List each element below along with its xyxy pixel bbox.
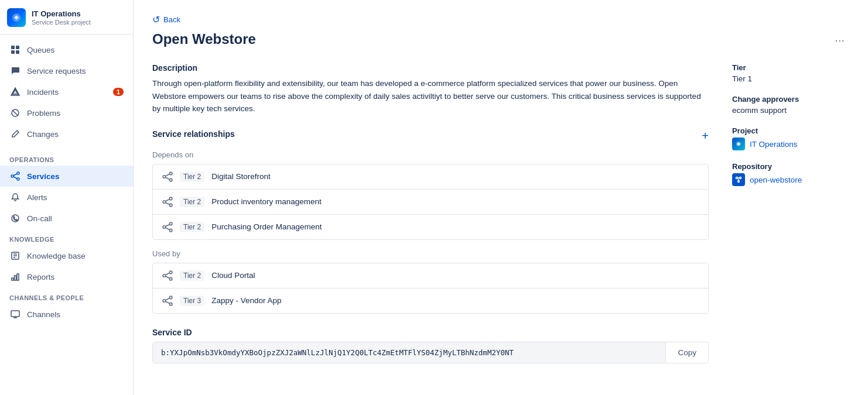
- svg-rect-1: [11, 46, 15, 49]
- svg-point-49: [736, 177, 738, 179]
- relationships-title: Service relationships: [152, 129, 235, 139]
- chat-icon: [9, 65, 21, 77]
- svg-rect-18: [15, 276, 16, 280]
- project-logo: [7, 8, 26, 27]
- bell-icon: [9, 191, 21, 203]
- relationships-header: Service relationships +: [152, 129, 709, 143]
- sidebar-item-alerts[interactable]: Alerts: [0, 187, 133, 208]
- service-id-text: b:YXJpOmNsb3VkOmdyYXBoOjpzZXJ2aWNlLzJlNj…: [153, 342, 665, 363]
- service-relationships-section: Service relationships + Depends on: [152, 129, 709, 314]
- share-icon-used-1: [162, 296, 173, 306]
- service-id-title: Service ID: [152, 328, 709, 337]
- svg-point-43: [163, 300, 166, 303]
- svg-point-8: [17, 172, 19, 174]
- sidebar-queues-label: Queues: [27, 46, 54, 54]
- sidebar-item-changes[interactable]: Changes: [0, 123, 133, 145]
- project-title: IT Operations: [32, 9, 91, 19]
- page-header: Open Webstore ···: [152, 31, 849, 49]
- svg-rect-20: [11, 311, 19, 317]
- operations-section-label: OPERATIONS: [0, 149, 133, 166]
- svg-point-50: [740, 177, 741, 179]
- sidebar-item-channels[interactable]: Channels: [0, 304, 133, 325]
- share-icon-0: [162, 171, 173, 182]
- svg-rect-2: [16, 46, 19, 49]
- svg-point-23: [163, 176, 166, 178]
- project-link[interactable]: IT Operations: [732, 138, 849, 150]
- sidebar-item-problems[interactable]: Problems: [0, 102, 133, 123]
- tier-badge-2: Tier 2: [180, 222, 204, 232]
- operations-section: OPERATIONS Services Alerts: [0, 149, 133, 229]
- main-column: Description Through open-platform flexib…: [152, 63, 709, 363]
- svg-point-30: [169, 204, 172, 207]
- grid-icon: [9, 44, 21, 56]
- tier-badge-0: Tier 2: [180, 171, 204, 182]
- svg-point-35: [169, 229, 172, 232]
- svg-point-7: [11, 175, 13, 177]
- svg-line-36: [166, 224, 170, 226]
- monitor-icon: [9, 308, 21, 320]
- chart-icon: [9, 271, 21, 283]
- sidebar-knowledge-base-label: Knowledge base: [27, 252, 86, 260]
- change-approvers-value: ecomm support: [732, 106, 849, 115]
- tier-label: Tier: [732, 63, 849, 72]
- sidebar-item-knowledge-base[interactable]: Knowledge base: [0, 245, 133, 266]
- share-icon: [9, 170, 21, 182]
- rel-name-1: Product inventory management: [211, 197, 322, 206]
- used-by-item-0[interactable]: Tier 2 Cloud Portal: [153, 263, 708, 288]
- sidebar-item-services[interactable]: Services: [0, 166, 133, 187]
- back-label: Back: [163, 15, 180, 24]
- service-id-section: Service ID b:YXJpOmNsb3VkOmdyYXBoOjpzZXJ…: [152, 328, 709, 363]
- svg-point-34: [169, 222, 172, 225]
- back-link[interactable]: ↺ Back: [152, 14, 849, 25]
- main-content: ↺ Back Open Webstore ··· Description Thr…: [134, 0, 868, 395]
- rel-name-used-1: Zappy - Vendor App: [211, 296, 281, 305]
- repository-section: Repository open-webstore: [732, 162, 849, 186]
- more-menu-button[interactable]: ···: [830, 31, 849, 49]
- block-icon: [9, 107, 21, 119]
- sidebar-item-service-requests[interactable]: Service requests: [0, 60, 133, 81]
- svg-line-11: [13, 177, 17, 178]
- edit-icon: [9, 128, 21, 140]
- svg-rect-19: [17, 274, 19, 280]
- depends-on-item-1[interactable]: Tier 2 Product inventory management: [153, 190, 708, 215]
- copy-button[interactable]: Copy: [665, 342, 708, 363]
- used-by-label: Used by: [152, 249, 709, 258]
- channels-people-section-label: CHANNELS & PEOPLE: [0, 287, 133, 304]
- repo-link-icon: [732, 173, 745, 186]
- change-approvers-section: Change approvers ecomm support: [732, 95, 849, 115]
- used-by-item-1[interactable]: Tier 3 Zappy - Vendor App: [153, 288, 708, 313]
- sidebar-reports-label: Reports: [27, 273, 54, 281]
- project-label: Project: [732, 126, 849, 135]
- main-nav: Queues Service requests Incidents 1: [0, 35, 133, 149]
- project-link-label: IT Operations: [750, 140, 798, 149]
- depends-on-item-2[interactable]: Tier 2 Purchasing Order Management: [153, 215, 708, 239]
- svg-point-9: [17, 178, 19, 180]
- depends-on-item-0[interactable]: Tier 2 Digital Storefront: [153, 164, 708, 190]
- svg-point-39: [169, 271, 172, 274]
- add-relationship-button[interactable]: +: [702, 129, 709, 143]
- sidebar-item-reports[interactable]: Reports: [0, 266, 133, 287]
- svg-point-33: [163, 226, 166, 229]
- project-info: IT Operations Service Desk project: [32, 9, 91, 26]
- sidebar-item-on-call[interactable]: On-call: [0, 208, 133, 229]
- repository-link-label: open-webstore: [750, 176, 802, 184]
- project-subtitle: Service Desk project: [32, 19, 91, 26]
- svg-rect-3: [11, 50, 15, 54]
- sidebar-services-label: Services: [27, 172, 60, 181]
- rel-name-2: Purchasing Order Management: [211, 222, 322, 231]
- repository-link[interactable]: open-webstore: [732, 173, 849, 186]
- used-by-group: Used by Tier 2 Cloud Portal: [152, 249, 709, 314]
- warning-icon: [9, 86, 21, 98]
- sidebar-item-incidents[interactable]: Incidents 1: [0, 81, 133, 102]
- sidebar-item-queues[interactable]: Queues: [0, 39, 133, 60]
- side-column: Tier Tier 1 Change approvers ecomm suppo…: [732, 63, 849, 363]
- depends-on-list: Tier 2 Digital Storefront Tier 2: [152, 164, 709, 240]
- rel-name-0: Digital Storefront: [211, 172, 271, 181]
- description-section: Description Through open-platform flexib…: [152, 63, 709, 115]
- share-icon-1: [162, 197, 173, 207]
- svg-point-25: [169, 178, 172, 181]
- rel-name-used-0: Cloud Portal: [211, 271, 255, 280]
- description-text: Through open-platform flexibility and ex…: [152, 77, 709, 115]
- sidebar-header: IT Operations Service Desk project: [0, 0, 133, 35]
- svg-point-24: [169, 172, 172, 175]
